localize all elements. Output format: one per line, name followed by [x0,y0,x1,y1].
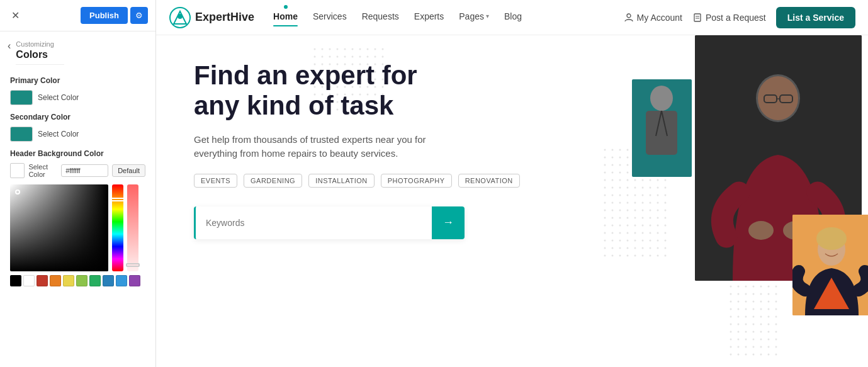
nav-requests[interactable]: Requests [362,11,399,24]
user-icon [624,13,634,23]
section-title: Colors [16,49,54,60]
color-picker-area [10,184,141,286]
logo-text: ExpertHive [195,11,254,24]
back-button[interactable]: ‹ [0,31,16,55]
header-bg-input[interactable] [61,164,108,177]
preset-black[interactable] [10,275,21,286]
panel-content: Primary Color Select Color Secondary Col… [0,65,155,367]
nav-services[interactable]: Services [313,11,347,24]
post-request-link[interactable]: Post a Request [692,13,766,23]
hero-content: Find an expert for any kind of task Get … [156,35,654,367]
header-bg-row: Select Color Default [10,163,145,178]
panel-header: Customizing Colors [16,31,64,65]
nav-actions: My Account Post a Request List a Service [624,7,855,28]
header-bg-default-button[interactable]: Default [112,164,145,177]
active-indicator [284,5,288,9]
preset-red[interactable] [37,275,48,286]
color-swatches-row [10,275,141,286]
svg-rect-4 [694,14,701,21]
list-service-button[interactable]: List a Service [776,7,855,28]
preset-white[interactable] [23,275,35,286]
publish-button[interactable]: Publish [81,7,128,24]
panel-header-row: ‹ Customizing Colors [0,31,155,65]
tag-installation[interactable]: INSTALLATION [308,174,375,188]
hero-section: Find an expert for any kind of task Get … [156,35,868,367]
hero-images [654,35,868,367]
primary-color-label: Primary Color [10,76,145,85]
svg-point-19 [748,221,774,240]
toolbar-left: ✕ [8,8,23,23]
color-gradient-black [10,184,108,271]
hero-img-woman [792,215,868,315]
toolbar-right: Publish ⚙ [81,7,148,24]
opacity-slider[interactable] [127,184,138,271]
header-bg-swatch[interactable] [10,163,25,178]
secondary-color-button[interactable]: Select Color [10,127,79,142]
site-nav: ExpertHive Home Services Requests Expert… [156,0,868,35]
color-picker-handle [15,189,20,195]
preset-yellow[interactable] [63,275,74,286]
hero-subtitle: Get help from thousands of trusted exper… [194,133,433,161]
preset-green[interactable] [89,275,101,286]
preset-light-green[interactable] [76,275,87,286]
nav-home[interactable]: Home [273,11,298,24]
gear-button[interactable]: ⚙ [130,7,148,24]
site-logo[interactable]: ExpertHive [169,6,254,29]
header-bg-label: Header Background Color [10,149,145,158]
document-icon [692,13,702,23]
search-button[interactable]: → [432,206,465,239]
nav-links: Home Services Requests Experts Pages ▾ B… [273,11,624,24]
secondary-color-swatch [10,127,33,142]
hue-slider[interactable] [112,184,123,271]
my-account-link[interactable]: My Account [624,13,682,23]
opacity-thumb [126,263,140,267]
primary-color-swatch [10,90,33,105]
primary-color-button[interactable]: Select Color [10,90,79,105]
color-picker-row [10,184,141,271]
header-bg-select-text: Select Color [28,163,57,178]
secondary-color-label: Secondary Color [10,113,145,121]
panel-toolbar: ✕ Publish ⚙ [0,0,155,31]
secondary-color-text: Select Color [38,130,79,138]
category-tags: EVENTS GARDENING INSTALLATION PHOTOGRAPH… [194,174,629,188]
preset-purple[interactable] [129,275,140,286]
customizing-label: Customizing [16,40,54,48]
preset-blue[interactable] [116,275,127,286]
search-input[interactable] [196,209,432,237]
svg-point-28 [816,227,847,250]
left-panel: ✕ Publish ⚙ ‹ Customizing Colors Primary… [0,0,156,367]
search-row: → [194,206,465,239]
tag-photography[interactable]: PHOTOGRAPHY [381,174,452,188]
svg-point-2 [178,14,183,19]
preset-orange[interactable] [50,275,61,286]
my-account-text: My Account [637,13,682,23]
woman-svg [792,215,868,315]
pages-chevron-icon: ▾ [486,13,489,20]
hero-title: Find an expert for any kind of task [194,60,458,121]
preset-dark-blue[interactable] [103,275,114,286]
nav-pages[interactable]: Pages ▾ [459,11,489,24]
tag-gardening[interactable]: GARDENING [244,174,302,188]
nav-experts[interactable]: Experts [414,11,444,24]
svg-point-3 [627,14,631,18]
hue-thumb [111,198,125,201]
color-canvas[interactable] [10,184,108,271]
logo-icon [169,6,191,29]
nav-blog[interactable]: Blog [504,11,522,24]
post-request-text: Post a Request [706,13,766,23]
arrow-icon: → [442,216,454,229]
tag-renovation[interactable]: RENOVATION [458,174,520,188]
primary-color-text: Select Color [38,93,79,102]
preview-area: ExpertHive Home Services Requests Expert… [156,0,868,367]
tag-events[interactable]: EVENTS [194,174,237,188]
close-button[interactable]: ✕ [8,8,23,23]
